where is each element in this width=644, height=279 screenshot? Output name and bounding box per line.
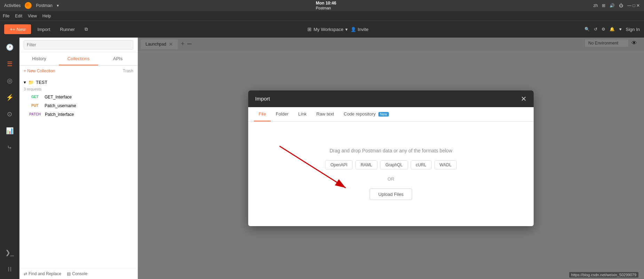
signin-button[interactable]: Sign In bbox=[626, 27, 640, 32]
request-item-1[interactable]: PUT Patch_username bbox=[19, 101, 138, 110]
modal-close-button[interactable]: ✕ bbox=[521, 95, 527, 102]
network-icon: ⊞ bbox=[602, 3, 605, 8]
clock: Mon 10:46 bbox=[316, 1, 336, 6]
modal-header: Import ✕ bbox=[248, 90, 534, 107]
find-replace-button[interactable]: ⇄ Find and Replace bbox=[24, 271, 61, 276]
method-put-badge: PUT bbox=[28, 103, 42, 108]
collection-item[interactable]: ▾ 📁 TEST bbox=[19, 78, 138, 87]
firefox-icon bbox=[25, 2, 32, 9]
sidebar-icon-collections[interactable]: ☰ bbox=[3, 57, 17, 71]
find-replace-icon: ⇄ bbox=[24, 271, 27, 276]
method-patch-badge: PATCH bbox=[28, 112, 42, 117]
import-button[interactable]: Import bbox=[34, 25, 54, 34]
sidebar-icon-mock[interactable]: ⊙ bbox=[3, 107, 17, 121]
menu-help[interactable]: Help bbox=[42, 14, 51, 18]
format-wadl[interactable]: WADL bbox=[434, 160, 457, 169]
filter-input[interactable] bbox=[24, 40, 133, 49]
panel-bottom: ⇄ Find and Replace ▤ Console bbox=[19, 268, 138, 279]
sidebar-icon-env[interactable]: ⚡ bbox=[3, 90, 17, 104]
menu-edit[interactable]: Edit bbox=[15, 14, 22, 18]
menu-file[interactable]: File bbox=[3, 14, 9, 18]
tab-collections[interactable]: Collections bbox=[59, 53, 98, 65]
postman-app: + + New Import Runner ⧉ ⊞ My Workspace 👤… bbox=[0, 21, 644, 279]
sidebar-icon-terminal[interactable]: ❯_ bbox=[3, 246, 17, 260]
runner-button[interactable]: Runner bbox=[56, 25, 78, 34]
new-badge: New bbox=[378, 112, 389, 117]
window-title: Postman bbox=[316, 6, 331, 10]
menu-view[interactable]: View bbox=[28, 14, 37, 18]
modal-tabs: File Folder Link Raw text Code repositor… bbox=[248, 107, 534, 122]
os-topbar-right: zh ⊞ 🔊 ⏻ — □ ✕ bbox=[593, 3, 640, 8]
sidebar-icon-grid[interactable]: ⁞⁞ bbox=[3, 262, 17, 276]
modal-tab-file[interactable]: File bbox=[254, 107, 271, 121]
tab-history[interactable]: History bbox=[19, 53, 59, 65]
arrow-annotation bbox=[269, 136, 374, 205]
new-label: + New bbox=[13, 27, 25, 32]
search-icon[interactable]: 🔍 bbox=[584, 27, 590, 32]
refresh-icon[interactable]: ↺ bbox=[594, 27, 597, 32]
request-item-2[interactable]: PATCH Patch_interface bbox=[19, 110, 138, 119]
app-name-label: Postman bbox=[36, 3, 52, 8]
modal-tab-coderepo[interactable]: Code repository New bbox=[339, 107, 393, 121]
toolbar: + + New Import Runner ⧉ ⊞ My Workspace 👤… bbox=[0, 21, 644, 38]
request-item-0[interactable]: GET GET_Interface bbox=[19, 93, 138, 101]
collection-name: TEST bbox=[36, 80, 47, 85]
panel-actions: + New Collection Trash bbox=[19, 66, 138, 76]
toolbar-center: ⊞ My Workspace 👤 Invite bbox=[307, 26, 369, 32]
tab-apis[interactable]: APIs bbox=[98, 53, 138, 65]
lang-selector[interactable]: zh bbox=[593, 3, 598, 8]
format-curl[interactable]: cURL bbox=[411, 160, 432, 169]
collection-count: 3 requests bbox=[19, 87, 138, 93]
upload-files-button[interactable]: Upload Files bbox=[370, 189, 412, 200]
toolbar-right: 🔍 ↺ ⚙ 🔔 ♥ Sign In bbox=[584, 27, 640, 32]
workspace-chevron bbox=[345, 27, 348, 32]
invite-label: Invite bbox=[358, 27, 368, 32]
panel-tabs: History Collections APIs bbox=[19, 53, 138, 66]
sidebar-icon-monitor[interactable]: 📊 bbox=[3, 124, 17, 138]
heart-icon[interactable]: ♥ bbox=[619, 27, 621, 32]
settings-icon[interactable]: ⚙ bbox=[602, 27, 605, 32]
request-name-1: Patch_username bbox=[45, 103, 76, 108]
window-controls[interactable]: — □ ✕ bbox=[627, 3, 640, 8]
sidebar-icon-api[interactable]: ◎ bbox=[3, 74, 17, 88]
collapse-icon: ▾ bbox=[24, 80, 26, 85]
power-icon: ⏻ bbox=[619, 3, 623, 8]
activities-label[interactable]: Activities bbox=[4, 3, 21, 8]
console-button[interactable]: ▤ Console bbox=[67, 271, 87, 276]
icon-sidebar: 🕐 ☰ ◎ ⚡ ⊙ 📊 ⤷ ❯_ ⁞⁞ bbox=[0, 38, 19, 279]
method-get-badge: GET bbox=[28, 94, 42, 99]
app-menubar: File Edit View Help bbox=[0, 11, 644, 21]
sidebar-icon-flow[interactable]: ⤷ bbox=[3, 141, 17, 154]
invite-button[interactable]: 👤 Invite bbox=[351, 27, 368, 32]
find-replace-label: Find and Replace bbox=[29, 271, 61, 276]
workspace-selector[interactable]: ⊞ My Workspace bbox=[307, 26, 348, 32]
drag-drop-text: Drag and drop Postman data or any of the… bbox=[330, 148, 453, 153]
tab-strip-toggle[interactable]: ⧉ bbox=[81, 24, 91, 34]
plus-icon: + bbox=[10, 26, 13, 32]
os-topbar-left: Activities Postman ▾ bbox=[4, 2, 59, 9]
toolbar-left: + + New Import Runner ⧉ bbox=[4, 24, 91, 34]
modal-overlay: Import ✕ File Folder Link Raw text Code … bbox=[138, 38, 644, 279]
modal-tab-rawtext[interactable]: Raw text bbox=[312, 107, 339, 121]
format-openapi[interactable]: OpenAPI bbox=[325, 160, 353, 169]
collection-tree: ▾ 📁 TEST 3 requests GET GET_Interface PU… bbox=[19, 76, 138, 120]
request-name-2: Patch_interface bbox=[45, 112, 74, 117]
format-pills: OpenAPI RAML GraphQL cURL WADL bbox=[325, 160, 457, 169]
new-button[interactable]: + + New bbox=[4, 24, 31, 34]
modal-body: Drag and drop Postman data or any of the… bbox=[248, 122, 534, 226]
format-raml[interactable]: RAML bbox=[355, 160, 377, 169]
os-topbar: Activities Postman ▾ Mon 10:46 Postman z… bbox=[0, 0, 644, 11]
os-topbar-center: Mon 10:46 Postman bbox=[316, 1, 336, 10]
import-modal: Import ✕ File Folder Link Raw text Code … bbox=[248, 90, 534, 226]
request-name-0: GET_Interface bbox=[45, 95, 72, 99]
format-graphql[interactable]: GraphQL bbox=[380, 160, 408, 169]
sidebar-icon-history[interactable]: 🕐 bbox=[3, 40, 17, 54]
trash-button[interactable]: Trash bbox=[123, 69, 133, 73]
modal-tab-folder[interactable]: Folder bbox=[271, 107, 293, 121]
app-menu-chevron[interactable]: ▾ bbox=[57, 3, 59, 8]
new-collection-button[interactable]: + New Collection bbox=[24, 69, 55, 73]
bell-icon[interactable]: 🔔 bbox=[610, 27, 615, 32]
modal-tab-link[interactable]: Link bbox=[293, 107, 312, 121]
workspace-icon: ⊞ bbox=[307, 26, 312, 32]
console-icon: ▤ bbox=[67, 271, 71, 276]
